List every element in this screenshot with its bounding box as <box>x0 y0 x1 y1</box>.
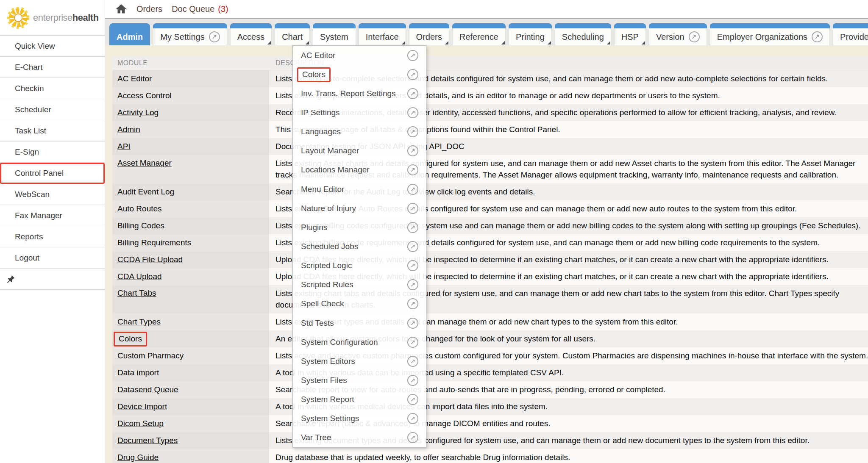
external-link-icon: ↗ <box>407 318 418 329</box>
tab-accent-cap <box>452 23 506 28</box>
sidebar-item-e-chart[interactable]: E-Chart <box>0 57 105 78</box>
dropdown-item-spell-check[interactable]: Spell Check ↗ <box>293 294 426 313</box>
module-link[interactable]: Colors <box>114 332 147 347</box>
table-row: API Documentation testing for JSON API u… <box>112 138 868 155</box>
module-link[interactable]: Activity Log <box>117 108 159 117</box>
sidebar-item-logout[interactable]: Logout <box>0 247 105 269</box>
external-link-icon: ↗ <box>407 126 418 137</box>
tab-interface[interactable]: Interface <box>359 23 406 45</box>
table-row: Colors An editor that allows system colo… <box>112 330 868 347</box>
brand-enterprise: enterprise <box>33 12 72 23</box>
dropdown-item-locations-manager[interactable]: Locations Manager ↗ <box>293 161 426 180</box>
dropdown-item-menu-editor[interactable]: Menu Editor ↗ <box>293 180 426 199</box>
dropdown-item-colors[interactable]: Colors ↗ <box>293 65 426 84</box>
module-link[interactable]: Document Types <box>117 436 178 445</box>
module-link[interactable]: Billing Requirements <box>117 238 191 247</box>
dropdown-item-system-settings[interactable]: System Settings ↗ <box>293 409 426 428</box>
module-link[interactable]: Chart Tabs <box>117 288 156 298</box>
sidebar-item-task-list[interactable]: Task List <box>0 120 105 141</box>
dropdown-item-system-report[interactable]: System Report ↗ <box>293 390 426 409</box>
tab-employer-organizations[interactable]: Employer Organizations ↗ <box>710 23 830 45</box>
module-link[interactable]: Chart Types <box>117 317 161 327</box>
dropdown-item-languages[interactable]: Languages ↗ <box>293 122 426 141</box>
tab-orders[interactable]: Orders <box>409 23 449 45</box>
module-cell: Activity Log <box>112 104 269 121</box>
dropdown-item-scripted-rules[interactable]: Scripted Rules ↗ <box>293 275 426 294</box>
module-link[interactable]: Access Control <box>117 91 172 100</box>
dropdown-item-label: Std Tests <box>301 319 334 328</box>
tab-printing[interactable]: Printing <box>509 23 552 45</box>
tab-label: Version <box>656 32 684 42</box>
dropdown-item-ac-editor[interactable]: AC Editor ↗ <box>293 46 426 65</box>
dropdown-item-label: Colors <box>297 67 331 82</box>
dropdown-item-inv-trans-report-settings[interactable]: Inv. Trans. Report Settings ↗ <box>293 84 426 103</box>
module-link[interactable]: Data import <box>117 368 159 377</box>
tab-reference[interactable]: Reference <box>452 23 506 45</box>
dropdown-item-label: IP Settings <box>301 108 340 117</box>
module-link[interactable]: AC Editor <box>117 74 152 83</box>
module-link[interactable]: Audit Event Log <box>117 187 174 197</box>
tab-chart[interactable]: Chart <box>275 23 310 45</box>
dropdown-item-ip-settings[interactable]: IP Settings ↗ <box>293 103 426 122</box>
tab-label: HSP <box>621 32 639 42</box>
dropdown-item-layout-manager[interactable]: Layout Manager ↗ <box>293 141 426 161</box>
sidebar-item-reports[interactable]: Reports <box>0 226 105 247</box>
dropdown-item-label: Layout Manager <box>301 146 359 155</box>
table-row: Audit Event Log Searchable report for th… <box>112 183 868 200</box>
pushpin-icon[interactable] <box>6 274 15 284</box>
tab-provider-management[interactable]: Provider Management ↗ <box>833 23 868 45</box>
tab-my-settings[interactable]: My Settings ↗ <box>153 23 227 45</box>
module-link[interactable]: Dicom Setup <box>117 419 164 428</box>
breadcrumb-doc-queue[interactable]: Doc Queue <box>172 4 214 14</box>
dropdown-item-scheduled-jobs[interactable]: Scheduled Jobs ↗ <box>293 237 426 256</box>
app-window: enterprisehealth Quick View E-Chart Chec… <box>0 0 868 463</box>
sidebar-item-quick-view[interactable]: Quick View <box>0 36 105 57</box>
module-link[interactable]: Admin <box>117 125 140 134</box>
sidebar-item-control-panel[interactable]: Control Panel <box>0 163 105 184</box>
sidebar-item-scheduler[interactable]: Scheduler <box>0 99 105 120</box>
dropdown-item-nature-of-injury[interactable]: Nature of Injury ↗ <box>293 199 426 218</box>
module-link[interactable]: Billing Codes <box>117 221 164 230</box>
sidebar-item-fax-manager[interactable]: Fax Manager <box>0 205 105 226</box>
external-link-icon: ↗ <box>407 279 418 290</box>
dropdown-item-label: Nature of Injury <box>301 204 356 213</box>
module-link[interactable]: Auto Routes <box>117 204 162 213</box>
module-link[interactable]: Custom Pharmacy <box>117 351 184 360</box>
module-link[interactable]: CCDA File Upload <box>117 255 183 264</box>
dropdown-item-system-editors[interactable]: System Editors ↗ <box>293 352 426 371</box>
dropdown-item-plugins[interactable]: Plugins ↗ <box>293 218 426 237</box>
table-row: Chart Tabs Lists existing chart tabs and… <box>112 285 868 313</box>
tab-scheduling[interactable]: Scheduling <box>555 23 611 45</box>
external-link-icon: ↗ <box>407 298 418 309</box>
module-link[interactable]: Asset Manager <box>117 158 172 168</box>
external-link-icon: ↗ <box>407 432 418 443</box>
dropdown-item-system-configuration[interactable]: System Configuration ↗ <box>293 333 426 352</box>
dropdown-item-label: System Settings <box>301 414 359 423</box>
module-link[interactable]: Device Import <box>117 402 167 411</box>
dropdown-item-label: Languages <box>301 127 341 136</box>
sidebar-item-webscan[interactable]: WebScan <box>0 184 105 205</box>
table-row: Dicom Setup Searchable report (basic & a… <box>112 415 868 432</box>
tab-hsp[interactable]: HSP <box>614 23 646 45</box>
module-link[interactable]: Drug Guide <box>117 453 159 462</box>
tab-admin[interactable]: Admin <box>109 23 150 45</box>
dropdown-item-var-tree[interactable]: Var Tree ↗ <box>293 428 426 447</box>
module-link[interactable]: CDA Upload <box>117 272 162 281</box>
tab-system[interactable]: System <box>313 23 356 45</box>
sidebar-item-e-sign[interactable]: E-Sign <box>0 141 105 163</box>
tab-version[interactable]: Version ↗ <box>649 23 707 45</box>
external-link-icon: ↗ <box>407 184 418 195</box>
dropdown-item-scripted-logic[interactable]: Scripted Logic ↗ <box>293 256 426 275</box>
breadcrumb-orders[interactable]: Orders <box>136 4 162 14</box>
external-link-icon: ↗ <box>407 356 418 367</box>
dropdown-item-system-files[interactable]: System Files ↗ <box>293 371 426 390</box>
dropdown-item-std-tests[interactable]: Std Tests ↗ <box>293 313 426 333</box>
home-icon[interactable] <box>115 3 127 15</box>
tab-access[interactable]: Access <box>230 23 272 45</box>
sidebar-item-checkin[interactable]: Checkin <box>0 78 105 99</box>
tab-label: Chart <box>282 32 303 42</box>
module-link[interactable]: API <box>117 142 131 151</box>
module-link[interactable]: Datasend Queue <box>117 385 178 394</box>
module-cell: Billing Requirements <box>112 234 269 251</box>
dropdown-caret-icon <box>548 41 551 44</box>
